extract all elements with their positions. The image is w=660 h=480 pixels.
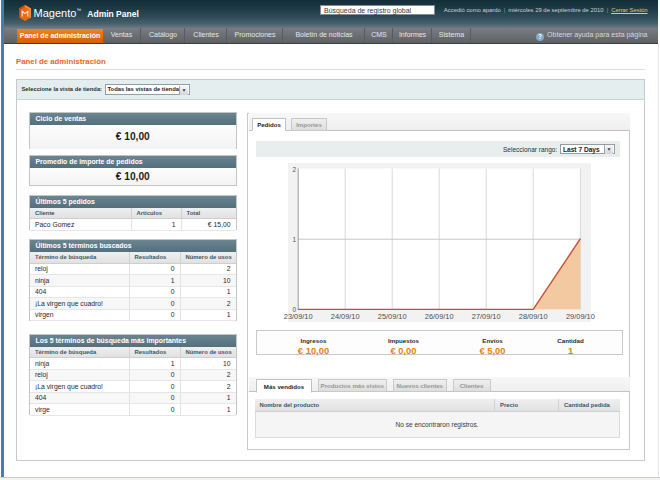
svg-text:28/09/10: 28/09/10: [519, 311, 548, 320]
svg-text:29/09/10: 29/09/10: [566, 311, 595, 320]
svg-text:1: 1: [292, 235, 296, 242]
svg-text:26/09/10: 26/09/10: [425, 311, 454, 320]
svg-text:23/09/10: 23/09/10: [284, 311, 313, 320]
svg-text:2: 2: [292, 165, 296, 172]
svg-text:27/09/10: 27/09/10: [472, 311, 501, 320]
svg-text:25/09/10: 25/09/10: [378, 311, 407, 320]
svg-text:24/09/10: 24/09/10: [331, 311, 360, 320]
